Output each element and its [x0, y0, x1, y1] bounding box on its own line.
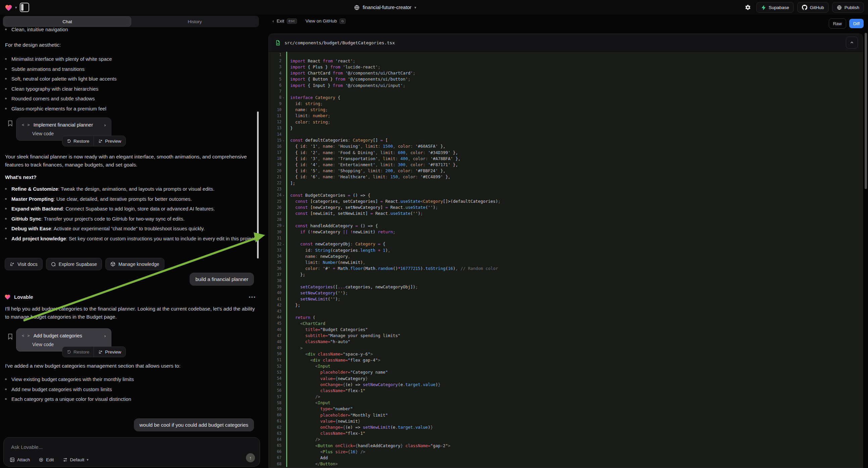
project-switcher[interactable]: financial-future-creator ▾	[354, 0, 416, 15]
line-number: 39	[269, 284, 281, 289]
design-bullet-list: Minimalist interface with plenty of whit…	[1, 56, 256, 116]
code-line: 26 const [newCategory, setNewCategory] =…	[269, 204, 863, 210]
list-item: View existing budget categories with the…	[1, 377, 256, 383]
restore-preview-pill: Restore Preview	[62, 136, 126, 146]
list-item: Debug with Ease: Activate our experiment…	[1, 226, 258, 232]
line-number: 65	[269, 443, 281, 448]
line-number: 62	[269, 425, 281, 430]
github-button[interactable]: GitHub	[797, 2, 829, 13]
fold-chevron-icon[interactable]: ⌄	[281, 194, 285, 196]
preview-button[interactable]: Preview	[94, 136, 125, 146]
line-number: 63	[269, 431, 281, 436]
diff-added-border	[286, 52, 287, 58]
visit-docs-button[interactable]: Visit docs	[5, 258, 42, 270]
line-number: 20	[269, 169, 281, 173]
list-item: Soft, neutral color palette with light b…	[1, 76, 256, 83]
chevron-right-icon: ›	[104, 122, 106, 127]
line-number: 27	[269, 211, 281, 216]
list-item: Rounded corners and subtle shadows	[1, 96, 256, 103]
diff-added-border	[286, 186, 287, 192]
raw-diff-toggle: Raw Diff	[829, 19, 864, 29]
code-line: 52 <Input	[269, 363, 863, 369]
diff-toggle-button[interactable]: Diff	[849, 19, 864, 28]
code-line: 31	[269, 235, 863, 241]
code-area[interactable]: 12import React from 'react';3import { Pl…	[269, 52, 863, 468]
supabase-button[interactable]: Supabase	[756, 2, 794, 13]
preview-button[interactable]: Preview	[94, 347, 125, 357]
line-number: 18	[269, 156, 281, 161]
line-number: 51	[269, 357, 281, 362]
code-line: 41 setNewLimit('');	[269, 296, 863, 302]
line-number: 21	[269, 175, 281, 179]
explore-supabase-button[interactable]: Explore Supabase	[46, 258, 102, 270]
chat-scrollbar[interactable]	[257, 112, 259, 259]
line-number: 4	[269, 71, 281, 76]
file-path: src/components/budget/BudgetCategories.t…	[284, 40, 395, 45]
code-line: 39 setCategories([...categories, newCate…	[269, 284, 863, 290]
send-button[interactable]: ↑	[246, 453, 255, 462]
edit-mode-button[interactable]: Edit	[39, 457, 54, 462]
code-viewer-card: src/components/budget/BudgetCategories.t…	[269, 34, 863, 468]
line-number: 58	[269, 401, 281, 405]
restore-button[interactable]: Restore	[62, 347, 94, 357]
view-on-github-button[interactable]: View on GitHub G	[306, 19, 346, 24]
model-selector[interactable]: Default ▾	[63, 457, 89, 462]
line-number: 19	[269, 162, 281, 167]
line-number: 67	[269, 455, 281, 460]
fold-chevron-icon[interactable]: ⌄	[281, 96, 285, 99]
restore-button[interactable]: Restore	[62, 136, 94, 146]
diff-added-border	[286, 308, 287, 314]
publish-button[interactable]: Publish	[832, 2, 864, 13]
code-line: 40 setNewCategory('');	[269, 290, 863, 296]
lovable-heart-icon	[4, 294, 11, 300]
code-line: 4import ChartCard from '@/components/ui/…	[269, 70, 863, 76]
line-number: 8	[269, 95, 281, 100]
tab-chat[interactable]: Chat	[3, 17, 131, 27]
line-number: 64	[269, 437, 281, 442]
esc-key-badge: ESC	[287, 19, 297, 24]
whats-next-heading: What's next?	[5, 174, 37, 180]
code-line: 61 value={newLimit}	[269, 418, 863, 424]
fold-chevron-icon[interactable]: ⌄	[281, 243, 285, 245]
code-scrollbar[interactable]	[865, 33, 867, 189]
line-number: 52	[269, 364, 281, 369]
fold-chevron-icon[interactable]: ⌄	[281, 224, 285, 227]
line-number: 41	[269, 297, 281, 301]
code-brackets-icon: < >	[22, 333, 30, 338]
code-line: 57 />	[269, 394, 863, 400]
attach-button[interactable]: Attach	[10, 457, 30, 462]
line-number: 5	[269, 77, 281, 82]
code-line: 11 limit: number;	[269, 113, 863, 119]
code-line: 47 subtitle="Manage your spending limits…	[269, 333, 863, 339]
file-added-icon	[276, 40, 280, 46]
code-line: 19 { id: '4', name: 'Entertainment', lim…	[269, 162, 863, 168]
list-item: Refine & Customize: Tweak the design, an…	[1, 186, 258, 193]
diff-added-border	[286, 88, 287, 94]
message-menu-button[interactable]: •••	[249, 294, 256, 300]
chat-input-box[interactable]: Ask Lovable... Attach Edit Default ▾ ↑	[3, 437, 260, 467]
tab-history[interactable]: History	[131, 17, 258, 27]
file-header[interactable]: src/components/budget/BudgetCategories.t…	[269, 34, 863, 52]
chat-history-tabs: Chat History	[3, 16, 259, 27]
settings-button[interactable]	[743, 4, 753, 10]
exit-button[interactable]: ‹ Exit ESC	[273, 19, 297, 24]
raw-toggle-button[interactable]: Raw	[829, 19, 846, 29]
code-line: 30 if (!newCategory || !newLimit) return…	[269, 229, 863, 235]
code-line: 67 Add	[269, 455, 863, 461]
line-number: 35	[269, 260, 281, 265]
line-number: 43	[269, 309, 281, 314]
fold-chevron-icon[interactable]: ⌄	[281, 139, 285, 142]
code-line: 53 placeholder="Category name"	[269, 369, 863, 375]
bookmark-icon[interactable]	[7, 120, 13, 126]
bookmark-icon[interactable]	[7, 333, 13, 340]
list-item: Each category gets a unique color for vi…	[1, 397, 256, 403]
manage-knowledge-button[interactable]: Manage knowledge	[105, 258, 164, 270]
code-line: 44 return (	[269, 314, 863, 320]
collapse-chevron-up-button[interactable]	[846, 37, 858, 49]
code-line: 12 color: string;	[269, 119, 863, 125]
code-line: 13}	[269, 125, 863, 131]
code-line: 32⌄ const newCategoryObj: Category = {	[269, 241, 863, 247]
code-line: 50 <div className="space-y-6">	[269, 351, 863, 357]
diff-added-border	[286, 216, 287, 223]
list-item: Expand with Backend: Connect Supabase to…	[1, 206, 258, 212]
